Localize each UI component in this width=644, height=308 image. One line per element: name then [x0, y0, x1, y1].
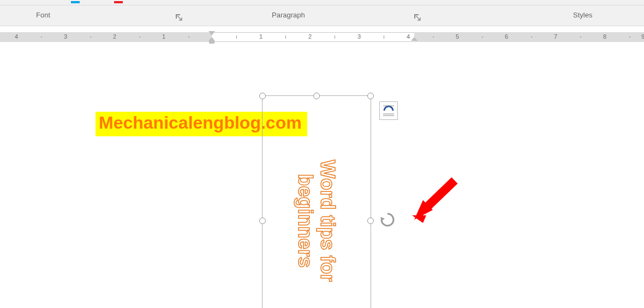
- ruler-number: 4: [407, 33, 410, 40]
- annotation-arrow-icon: [412, 177, 461, 224]
- ruler-number: 2: [308, 33, 312, 40]
- ribbon-group-styles-label: Styles: [573, 11, 592, 19]
- ruler-number: 3: [357, 33, 361, 40]
- text-box-line1: Word tips for: [317, 160, 339, 281]
- ribbon-group-labels: Font Paragraph Styles: [0, 5, 644, 26]
- selected-text-box[interactable]: Word tips for beginners: [262, 95, 371, 308]
- text-box-content: Word tips for beginners: [294, 160, 339, 281]
- document-canvas[interactable]: Mechanicalengblog.com Word tips for begi…: [0, 44, 644, 308]
- ribbon-group-font-label: Font: [36, 11, 50, 19]
- first-line-indent-marker[interactable]: [208, 31, 215, 35]
- resize-handle-middle-left[interactable]: [259, 218, 266, 224]
- dialog-launcher-icon: [414, 14, 421, 21]
- text-box-line2: beginners: [294, 174, 317, 268]
- horizontal-ruler[interactable]: 4 3 2 1 1 2 3 4 5 6 7 8 9: [0, 30, 644, 44]
- hanging-indent-marker[interactable]: [208, 37, 215, 44]
- ruler-number: 2: [113, 33, 116, 40]
- ribbon-toolbar-sliver: [0, 0, 644, 5]
- svg-line-7: [426, 180, 455, 208]
- paragraph-dialog-launcher[interactable]: [412, 12, 422, 22]
- layout-options-button[interactable]: [379, 101, 398, 120]
- ruler-number: 6: [505, 33, 508, 40]
- color-swatch: [114, 1, 123, 3]
- ribbon-group-paragraph-label: Paragraph: [272, 11, 305, 19]
- rotate-handle-icon: [379, 212, 396, 228]
- layout-options-icon: [382, 105, 395, 117]
- svg-marker-3: [412, 215, 426, 223]
- resize-handle-top-middle[interactable]: [313, 93, 320, 99]
- resize-handle-middle-right[interactable]: [367, 218, 374, 224]
- ruler-number: 9: [641, 33, 644, 40]
- dialog-launcher-icon: [175, 14, 182, 21]
- rotation-handle[interactable]: [379, 212, 396, 230]
- resize-handle-top-right[interactable]: [367, 93, 374, 99]
- svg-marker-8: [414, 200, 433, 220]
- ruler-number: 1: [259, 33, 263, 40]
- ruler-number: 3: [64, 33, 67, 40]
- ruler-number: 7: [554, 33, 557, 40]
- font-dialog-launcher[interactable]: [174, 12, 183, 22]
- ruler-number: 5: [456, 33, 459, 40]
- ruler-number: 8: [603, 33, 606, 40]
- right-indent-marker[interactable]: [411, 37, 418, 41]
- resize-handle-top-left[interactable]: [259, 93, 266, 99]
- ruler-number: 4: [15, 33, 18, 40]
- color-swatch: [71, 1, 80, 3]
- ruler-number: 1: [162, 33, 165, 40]
